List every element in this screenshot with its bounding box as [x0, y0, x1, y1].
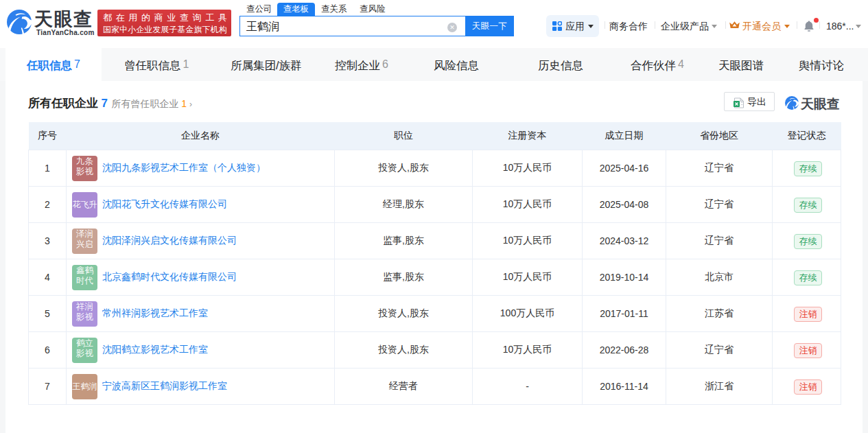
svg-text:天眼查: 天眼查	[800, 97, 840, 111]
